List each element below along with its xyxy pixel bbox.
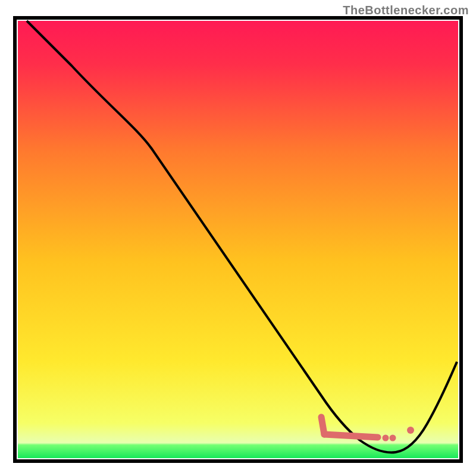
- svg-point-1: [390, 435, 396, 441]
- gradient-background: [18, 21, 458, 458]
- svg-point-0: [383, 435, 389, 441]
- attribution-text: TheBottlenecker.com: [343, 4, 469, 17]
- svg-point-2: [407, 427, 414, 434]
- chart-container: TheBottlenecker.com: [0, 0, 476, 476]
- bottleneck-chart: [0, 0, 476, 476]
